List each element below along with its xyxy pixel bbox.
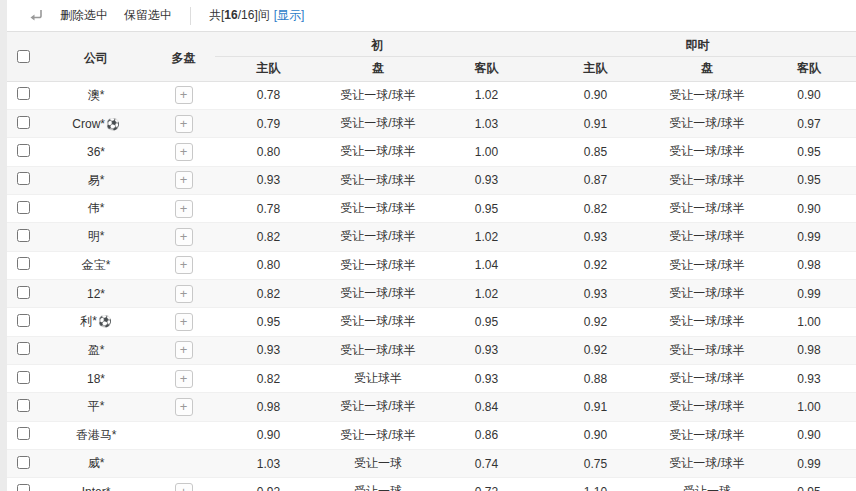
expand-multi-odds-button[interactable]: +	[175, 171, 193, 189]
show-link[interactable]: [显示]	[274, 7, 305, 24]
expand-multi-odds-button[interactable]: +	[175, 86, 193, 104]
live-home-odds-cell: 0.92	[539, 336, 652, 364]
row-checkbox[interactable]	[17, 229, 30, 242]
live-away-odds-cell: 0.90	[762, 194, 856, 222]
row-checkbox[interactable]	[17, 456, 30, 469]
live-away-odds-cell: 0.99	[762, 223, 856, 251]
expand-multi-odds-button[interactable]: +	[175, 115, 193, 133]
initial-handicap-cell: 受让一球/球半	[322, 336, 434, 364]
live-away-odds-cell: 0.93	[762, 364, 856, 392]
live-handicap-cell: 受让一球/球半	[652, 166, 762, 194]
table-row: Crow*⚽+0.79受让一球/球半1.030.91受让一球/球半0.97	[7, 109, 856, 137]
table-row: Inter*+0.92受让一球0.721.10受让一球0.95	[7, 478, 856, 491]
main-content: 删除选中 保留选中 共[16/16]间 [显示] 公司 多盘 初	[7, 0, 856, 491]
row-checkbox-cell	[7, 336, 40, 364]
company-cell: 伟*	[40, 194, 152, 222]
odds-table-body: 澳*+0.78受让一球/球半1.020.90受让一球/球半0.90Crow*⚽+…	[7, 81, 856, 491]
select-all-checkbox[interactable]	[17, 50, 30, 63]
initial-handicap-cell: 受让一球/球半	[322, 138, 434, 166]
live-home-odds-cell: 0.82	[539, 194, 652, 222]
expand-multi-odds-button[interactable]: +	[175, 200, 193, 218]
row-checkbox[interactable]	[17, 201, 30, 214]
initial-away-odds-cell: 1.03	[434, 109, 539, 137]
initial-handicap-cell: 受让一球/球半	[322, 308, 434, 336]
initial-handicap-cell: 受让球半	[322, 364, 434, 392]
row-checkbox[interactable]	[17, 116, 30, 129]
company-name: Inter*	[82, 485, 111, 491]
column-header-live-home: 主队	[539, 56, 652, 81]
expand-multi-odds-button[interactable]: +	[175, 256, 193, 274]
row-checkbox-cell	[7, 449, 40, 477]
row-checkbox[interactable]	[17, 371, 30, 384]
expand-multi-odds-button[interactable]: +	[175, 313, 193, 331]
live-handicap-cell: 受让一球/球半	[652, 81, 762, 109]
expand-multi-odds-button[interactable]: +	[175, 341, 193, 359]
row-checkbox[interactable]	[17, 484, 30, 491]
live-handicap-cell: 受让一球/球半	[652, 308, 762, 336]
initial-away-odds-cell: 0.95	[434, 194, 539, 222]
multi-odds-cell: +	[152, 279, 215, 307]
live-handicap-cell: 受让一球/球半	[652, 109, 762, 137]
row-checkbox[interactable]	[17, 87, 30, 100]
initial-away-odds-cell: 1.00	[434, 138, 539, 166]
live-handicap-cell: 受让一球/球半	[652, 138, 762, 166]
soccer-ball-icon: ⚽	[98, 315, 112, 327]
initial-away-odds-cell: 0.93	[434, 364, 539, 392]
live-home-odds-cell: 0.75	[539, 449, 652, 477]
expand-multi-odds-button[interactable]: +	[175, 228, 193, 246]
initial-away-odds-cell: 0.95	[434, 308, 539, 336]
initial-home-odds-cell: 0.80	[215, 138, 322, 166]
live-handicap-cell: 受让一球/球半	[652, 194, 762, 222]
column-header-live-away: 客队	[762, 56, 856, 81]
company-name: 18*	[87, 372, 105, 386]
multi-odds-cell: +	[152, 308, 215, 336]
row-checkbox[interactable]	[17, 144, 30, 157]
expand-multi-odds-button[interactable]: +	[175, 370, 193, 388]
initial-handicap-cell: 受让一球/球半	[322, 194, 434, 222]
multi-odds-cell: +	[152, 336, 215, 364]
company-name: 盈*	[88, 343, 105, 357]
row-checkbox-cell	[7, 223, 40, 251]
row-checkbox[interactable]	[17, 314, 30, 327]
company-cell: 18*	[40, 364, 152, 392]
initial-home-odds-cell: 0.82	[215, 223, 322, 251]
live-away-odds-cell: 1.00	[762, 393, 856, 421]
company-cell: 12*	[40, 279, 152, 307]
odds-table: 公司 多盘 初 即时 主队 盘 客队 主队 盘 客队 澳*+0.78受让一球/球…	[7, 32, 856, 491]
row-checkbox[interactable]	[17, 172, 30, 185]
multi-odds-cell: +	[152, 194, 215, 222]
row-checkbox-cell	[7, 308, 40, 336]
table-row: 36*+0.80受让一球/球半1.000.85受让一球/球半0.95	[7, 138, 856, 166]
initial-home-odds-cell: 0.92	[215, 478, 322, 491]
column-header-company: 公司	[40, 32, 152, 81]
live-handicap-cell: 受让一球/球半	[652, 279, 762, 307]
delete-selected-button[interactable]: 删除选中	[52, 3, 116, 28]
row-checkbox[interactable]	[17, 399, 30, 412]
expand-multi-odds-button[interactable]: +	[175, 398, 193, 416]
initial-home-odds-cell: 0.93	[215, 166, 322, 194]
expand-multi-odds-button[interactable]: +	[175, 143, 193, 161]
column-header-initial-home: 主队	[215, 56, 322, 81]
initial-handicap-cell: 受让一球	[322, 478, 434, 491]
initial-handicap-cell: 受让一球/球半	[322, 279, 434, 307]
initial-handicap-cell: 受让一球/球半	[322, 81, 434, 109]
row-checkbox[interactable]	[17, 427, 30, 440]
expand-multi-odds-button[interactable]: +	[175, 483, 193, 491]
expand-multi-odds-button[interactable]: +	[175, 285, 193, 303]
row-checkbox-cell	[7, 364, 40, 392]
initial-home-odds-cell: 0.98	[215, 393, 322, 421]
table-row: 12*+0.82受让一球/球半1.020.93受让一球/球半0.99	[7, 279, 856, 307]
initial-away-odds-cell: 1.02	[434, 279, 539, 307]
company-cell: 易*	[40, 166, 152, 194]
initial-away-odds-cell: 0.74	[434, 449, 539, 477]
company-name: 香港马*	[76, 428, 117, 442]
soccer-ball-icon: ⚽	[106, 118, 120, 130]
multi-odds-cell: +	[152, 223, 215, 251]
keep-selected-button[interactable]: 保留选中	[116, 3, 180, 28]
multi-odds-cell: +	[152, 478, 215, 491]
table-row: 18*+0.82受让球半0.930.88受让一球/球半0.93	[7, 364, 856, 392]
row-checkbox[interactable]	[17, 286, 30, 299]
row-checkbox[interactable]	[17, 257, 30, 270]
row-checkbox-cell	[7, 194, 40, 222]
row-checkbox[interactable]	[17, 342, 30, 355]
